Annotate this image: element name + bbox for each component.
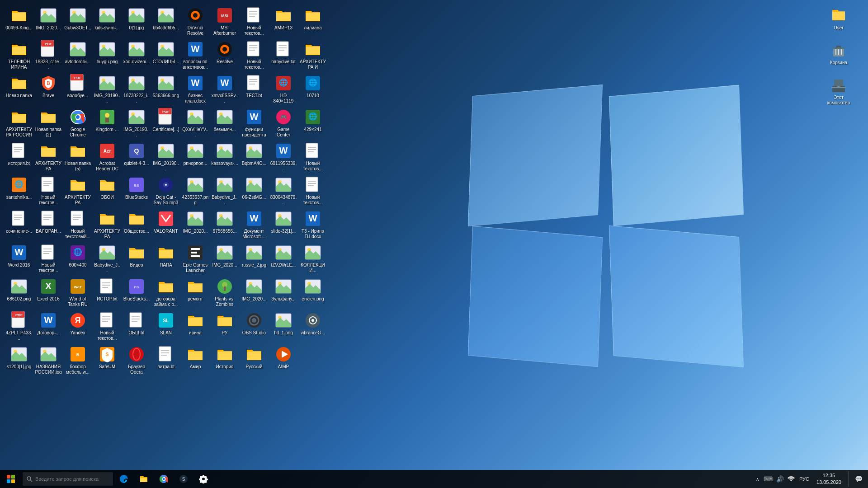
desktop-icon-pnpoprop[interactable]: рпнорпол... xyxy=(181,140,210,173)
desktop-icon-img-2020-2[interactable]: IMG_2020... xyxy=(181,208,210,240)
desktop-icon-istor-txt[interactable]: ИСТОР.txt xyxy=(93,276,122,308)
taskbar-chrome[interactable] xyxy=(154,470,174,488)
desktop-icon-img-2019-3[interactable]: IMG_20190... xyxy=(151,140,180,173)
desktop-icon-6011955339[interactable]: W 6011955339... xyxy=(269,140,298,173)
desktop-icon-t3-irina[interactable]: W Т3 - Ирина ГЦ.docx xyxy=(298,208,327,240)
desktop-icon-novaya-papka-5[interactable]: Новая папка (5) xyxy=(63,140,92,173)
desktop-icon-42353637[interactable]: 42353637.png xyxy=(181,174,210,206)
desktop-icon-qxavheyv[interactable]: QXaVHeYV... xyxy=(181,106,210,139)
desktop-icon-new-txt-1[interactable]: Новый текстов... xyxy=(240,5,269,37)
desktop-icon-hd-840[interactable]: 🌐 HD 840×1119 xyxy=(269,72,298,105)
desktop-icon-67568656[interactable]: 67568656... xyxy=(210,208,239,240)
start-button[interactable] xyxy=(0,470,22,488)
desktop-icon-img-2020-4[interactable]: IMG_2020... xyxy=(240,276,269,308)
desktop-icon-new-txt-3[interactable]: Новый текстов... xyxy=(298,140,327,173)
desktop-icon-papa[interactable]: ПАПА xyxy=(151,242,180,274)
desktop-icon-brave[interactable]: B Brave xyxy=(34,72,63,105)
desktop-icon-russie-2[interactable]: russie_2.jpg xyxy=(240,242,269,274)
desktop-icon-valorant[interactable]: VALORANT xyxy=(151,208,180,240)
desktop-icon-funktsii[interactable]: W функции президента xyxy=(240,106,269,139)
desktop-icon-excel-2016[interactable]: X Excel 2016 xyxy=(34,276,63,308)
desktop-icon-686102[interactable]: 686102.png xyxy=(5,276,33,308)
desktop-icon-new-txt-2[interactable]: Новый текстов... xyxy=(240,38,269,71)
desktop-icon-0-1-jpg[interactable]: 0[1].jpg xyxy=(122,5,151,37)
desktop-right-icon-user[interactable]: User xyxy=(824,5,853,37)
desktop-icon-yandex[interactable]: Я Yandex xyxy=(63,310,92,342)
desktop-icon-ru[interactable]: РУ xyxy=(210,310,239,342)
desktop-icon-kassovaya[interactable]: kassovaya-... xyxy=(210,140,239,173)
show-desktop[interactable] xyxy=(849,471,851,487)
desktop-icon-world-of-tanks[interactable]: WoT World of Tanks RU xyxy=(63,276,92,308)
desktop-icon-remont[interactable]: ремонт xyxy=(181,276,210,308)
desktop-icon-s1200-1[interactable]: s1200[1].jpg xyxy=(5,343,33,376)
desktop-icon-liliana[interactable]: лилиана xyxy=(298,5,327,37)
desktop-icon-quizlet[interactable]: Q quizlet-4-3... xyxy=(122,140,151,173)
desktop-icon-kingdom[interactable]: Kingdom-... xyxy=(93,106,122,139)
tray-keyboard[interactable]: ⌨ xyxy=(763,475,774,483)
desktop-icon-bosffor[interactable]: Б босфор мебель.w... xyxy=(63,343,92,376)
desktop-icon-voprosy-po[interactable]: W вопросы по анкетиров... xyxy=(181,38,210,71)
desktop-icon-18828-c1fe[interactable]: PDF 18828_c1fe... xyxy=(34,38,63,71)
taskbar-edge[interactable] xyxy=(114,470,134,488)
desktop-icon-epic-games[interactable]: Epic Games Launcher xyxy=(181,242,210,274)
desktop-icon-msi-afterburner[interactable]: MSI MSI Afterburner xyxy=(210,5,239,37)
desktop-icon-dokument-ms[interactable]: W Документ Microsoft ... xyxy=(240,208,269,240)
desktop-icon-new-txt-7[interactable]: Новый текстов... xyxy=(34,242,63,274)
desktop-icon-aimp[interactable]: AIMP xyxy=(269,343,298,376)
taskbar-clock[interactable]: 12:35 13.05.2020 xyxy=(813,472,845,486)
desktop-icon-game-center[interactable]: 🎮 Game Center xyxy=(269,106,298,139)
desktop-icon-00499-king[interactable]: 00499-King... xyxy=(5,5,33,37)
desktop-icon-safeup[interactable]: S SafeUM xyxy=(93,343,122,376)
desktop-icon-istoriya[interactable]: История xyxy=(210,343,239,376)
desktop-icon-resolve[interactable]: Resolve xyxy=(210,38,239,71)
desktop-icon-test-txt[interactable]: ТЕСТ.bt xyxy=(240,72,269,105)
desktop-icon-kollekcii[interactable]: КОЛЛЕКЦИИ... xyxy=(298,242,327,274)
desktop-icon-img-2020-1[interactable]: IMG_2020... xyxy=(34,5,63,37)
desktop-icon-russkiy[interactable]: Русский xyxy=(240,343,269,376)
desktop-icon-fzvzwrle[interactable]: fZVZWrLE... xyxy=(269,242,298,274)
desktop-icon-xmvx8ssv[interactable]: W xmvx8SSPv... xyxy=(210,72,239,105)
desktop-icon-arhit-skulptu[interactable]: АРХИТЕКТУРА СКУЛЬПТУ... xyxy=(93,208,122,240)
desktop-icon-biznes-plan[interactable]: W бизнес план.docx xyxy=(181,72,210,105)
desktop-icon-irina[interactable]: ирина xyxy=(181,310,210,342)
desktop-icon-bqbma4o[interactable]: BqbmA4O... xyxy=(240,140,269,173)
desktop-icon-enkgen[interactable]: енкгеп.png xyxy=(298,276,327,308)
desktop-icon-video[interactable]: Видео xyxy=(122,242,151,274)
desktop-icon-gubw3oet[interactable]: Gubw3OET... xyxy=(63,5,92,37)
taskbar-steam[interactable]: S xyxy=(174,470,193,488)
desktop-icon-nazvaniya-rossii[interactable]: НАЗВАНИЯ РОССИИ.jpg xyxy=(34,343,63,376)
desktop-icon-slan[interactable]: SL SLAN xyxy=(151,310,180,342)
desktop-icon-babydive-txt[interactable]: babydive.txt xyxy=(269,38,298,71)
desktop-icon-davinci[interactable]: DaVinci Resolve Pro... xyxy=(181,5,210,37)
desktop-icon-stolitsa[interactable]: СТОЛИЦЫ... xyxy=(151,38,180,71)
desktop-icon-xod-dvizen[interactable]: xod-dvizeni... xyxy=(122,38,151,71)
desktop-icon-dogovor-zayma[interactable]: договора займа с о... xyxy=(151,276,180,308)
desktop-icon-arhit-novgorod[interactable]: АРХИТЕКТУРА НОВГОРОД xyxy=(63,174,92,206)
desktop-icon-arhit-russia[interactable]: АРХИТЕКТУРА РОССИЯ И... xyxy=(5,106,33,139)
notification-center[interactable]: 💬 xyxy=(853,475,864,483)
desktop-icon-amir[interactable]: Амир xyxy=(181,343,210,376)
desktop-icon-600x400[interactable]: 🌐 600×400 xyxy=(63,242,92,274)
desktop-icon-8300434879[interactable]: 8300434879... xyxy=(269,174,298,206)
desktop-icon-img-2020-3[interactable]: IMG_2020... xyxy=(210,242,239,274)
desktop-icon-bluestacks-2[interactable]: BS BlueStacks... xyxy=(122,276,151,308)
desktop-icon-huygu[interactable]: huygu.png xyxy=(93,38,122,71)
tray-expand[interactable]: ∧ xyxy=(754,477,761,482)
desktop-icon-new-txt-6[interactable]: Новый текстовый... xyxy=(63,208,92,240)
desktop-icon-certificate[interactable]: PDF Certificate[...] xyxy=(151,106,180,139)
tray-network[interactable] xyxy=(787,475,796,483)
desktop-icon-hd-1[interactable]: hd_1.png xyxy=(269,310,298,342)
desktop-icon-obsch-txt[interactable]: ОБЩ.bt xyxy=(122,310,151,342)
desktop-icon-vibrance[interactable]: vibranceG... xyxy=(298,310,327,342)
desktop-icon-sochinenie[interactable]: сочинение-... xyxy=(5,208,33,240)
desktop-icon-novaya-papka[interactable]: Новая папка xyxy=(5,72,33,105)
desktop-icon-bluestacks[interactable]: BS BlueStacks xyxy=(122,174,151,206)
desktop-icon-word-2016[interactable]: W Word 2016 xyxy=(5,242,33,274)
desktop-icon-babydive-jpg[interactable]: Babydive_J... xyxy=(210,174,239,206)
desktop-icon-obs-studio[interactable]: OBS Studio xyxy=(240,310,269,342)
desktop-icon-amir13[interactable]: АМИР13 xyxy=(269,5,298,37)
desktop-icon-babydive-jpg2[interactable]: Babydive_J... xyxy=(93,242,122,274)
desktop-icon-doja-cat[interactable]: Doja Cat - Say So.mp3 xyxy=(151,174,180,206)
desktop-icon-volobuye[interactable]: PDF волобуе... xyxy=(63,72,92,105)
desktop-icon-kids-swim[interactable]: kids-swim-... xyxy=(93,5,122,37)
